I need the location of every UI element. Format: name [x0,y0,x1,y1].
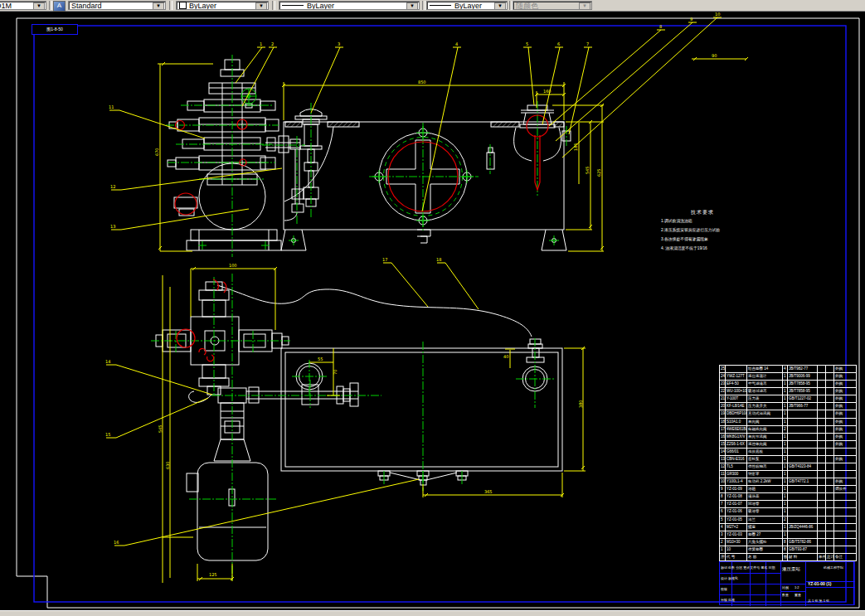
table-cell [788,471,818,478]
table-row: 21Y-100T压力表1GB/T1227-02外购 [720,395,856,403]
text-style-icon[interactable]: A [53,1,66,12]
note-line: 2.液压系统安装后应进行压力试验 [661,226,744,235]
table-cell: 单向节流阀 [747,434,783,440]
table-row: 20KF-L8/14E压力表开关1JB/T966-77外购 [720,403,856,410]
table-cell: 液控单向阀 [747,441,783,448]
layout-tab[interactable]: 图1-8-50 [32,24,78,35]
dim-label: 125 [209,572,217,577]
toolbar-separator [169,1,173,10]
table-cell: 25 [720,366,726,372]
balloon-label: 9 [690,17,692,22]
dim-label: 545 [158,424,163,433]
linetype-combo[interactable]: ByLayer ▼ [279,1,420,10]
table-cell [834,517,856,523]
table-cell [818,471,826,478]
color-combo[interactable]: ByLayer ▼ [176,1,269,10]
table-cell [826,463,834,470]
balloon-label: 2 [271,41,274,46]
table-cell: 连接底板 [747,449,783,455]
dim-label: 160 [543,89,552,94]
dim-label: 40 [503,354,508,359]
table-cell: 外购 [834,410,856,417]
title-block-row: 校核 [721,587,780,591]
title-block-divider [805,562,806,606]
table-cell: 齿轮泵 [747,456,783,463]
table-cell: 清洗盖 [747,493,783,500]
table-cell [818,508,826,515]
chevron-down-icon[interactable]: ▼ [406,2,418,10]
table-cell: 11 [720,471,726,478]
sheet-count: 共 1 张 第 1 张 [808,599,854,603]
table-cell [826,539,834,546]
table-row: 8YZ-01-08清洗盖1 [720,493,856,501]
table-row: 9YZ-01-09油箱1焊接件 [720,486,856,493]
table-cell: 22 [720,388,726,395]
chevron-down-icon[interactable]: ▼ [494,2,506,10]
table-cell [788,434,818,440]
chevron-down-icon[interactable]: ▼ [255,2,267,10]
autocad-window: { "toolbar": { "dim_style": "5D1M", "tex… [0,0,865,616]
lineweight-value: ByLayer [454,2,482,10]
table-cell [818,366,826,372]
table-cell: GB/T4323-84 [788,463,818,470]
table-row: 序号代 号名 称数材 料单件总计备注 [720,554,856,560]
dim-style-combo[interactable]: 5D1M ▼ [0,1,46,10]
table-cell [826,517,834,523]
table-cell: 外购 [834,419,856,425]
table-cell: Y100L1-4 [726,478,747,485]
table-cell: GB/T93-87 [788,546,818,553]
table-cell: KF-L8/14E [726,403,747,410]
table-row: 3YZ-01-03垫圈 271 [720,531,856,539]
table-cell [818,456,826,463]
title-block-row: 审核 批准 [721,598,780,602]
table-cell: 法兰 [747,517,783,523]
table-cell: 18 [720,419,726,425]
table-cell: 油箱 [747,486,783,492]
table-cell: 外购 [834,403,856,410]
balloon-label: 4 [455,41,458,46]
table-cell [818,441,826,448]
table-cell: 16 [720,434,726,440]
balloon-label: 17 [382,257,387,262]
table-cell [826,426,834,433]
dim-label: 850 [418,80,426,85]
chevron-down-icon[interactable]: ▼ [33,2,45,10]
chevron-down-icon[interactable]: ▼ [153,2,164,10]
dim-label: 70 [333,370,338,375]
table-cell: 单件 [818,554,826,560]
table-cell: JB/T982-77 [788,366,818,372]
table-cell: 外购 [834,456,856,463]
table-cell: 19 [720,410,726,417]
table-cell: 代 号 [726,554,747,560]
qty-label: 数量 [782,593,789,597]
table-cell: YZ-01-06 [726,508,747,515]
plot-style-combo: 随颜色 ▼ [513,1,592,10]
table-cell [818,373,826,380]
table-cell: 24 [720,373,726,380]
balloon-label: 8 [659,24,662,29]
table-cell [818,539,826,546]
table-cell: 焊接件 [834,486,856,492]
table-cell: CBN-E316 [726,456,747,463]
table-cell: 外购 [834,441,856,448]
table-cell [826,471,834,478]
table-cell: 外购 [834,381,856,387]
lineweight-glyph-icon [430,5,451,6]
table-cell [826,419,834,425]
table-cell: EF4-50 [726,381,747,387]
table-cell: M10×30 [726,539,747,546]
text-style-combo[interactable]: Standard ▼ [68,1,166,10]
table-cell: 回油管 [747,501,783,507]
title-block-row: 标记 处数 分区 更改文件号 签名 日期 [721,565,780,570]
balloon-label: 15 [105,432,110,437]
color-swatch-icon [179,2,187,9]
table-row: 12TL5弹性联轴器1GB/T4323-84 [720,463,856,471]
toolbar-separator [49,1,52,10]
lineweight-combo[interactable]: ByLayer ▼ [426,1,508,10]
table-row: 22WU-100×100J吸油过滤器1JB/T7858-95外购 [720,388,856,395]
table-cell [834,508,856,515]
table-cell [788,410,818,417]
table-cell [818,546,826,553]
table-cell: JB/T9006-99 [788,373,818,380]
table-cell [788,517,818,523]
